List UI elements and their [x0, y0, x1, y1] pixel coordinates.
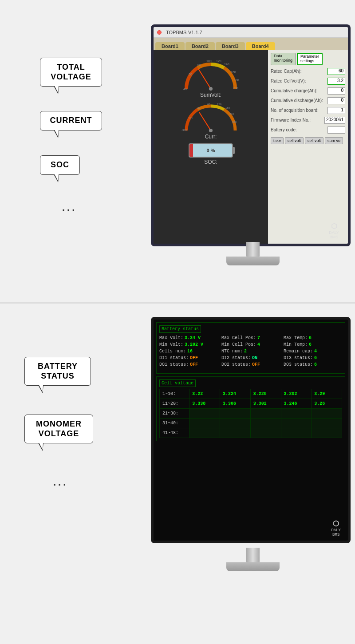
svg-text:140: 140: [224, 63, 229, 66]
rated-cap-value[interactable]: 60: [327, 68, 345, 75]
min-volt-label: Min Volt:: [159, 342, 183, 347]
cell-1-10-5: 3.29: [312, 389, 342, 399]
cell-11-20-4: 3.246: [281, 399, 312, 409]
top-section: TOTAL VOLTAGE CURRENT SOC ... TOPBMS-V1.…: [0, 0, 355, 302]
cumulative-discharge-label: Cumulative discharge(Ah):: [271, 98, 323, 103]
svg-line-9: [198, 69, 211, 89]
do2-label: DO2 status:: [221, 362, 251, 367]
daly-logo-text: DALYBMS: [329, 230, 339, 239]
stand-base-top: [226, 257, 280, 265]
di2-label: DI2 status:: [221, 356, 251, 360]
tab-board2[interactable]: Board2: [185, 42, 215, 50]
table-row: 21~30:: [160, 409, 342, 419]
max-temp-value: 6: [309, 336, 312, 340]
cell-41-48-4: [281, 428, 312, 438]
cells-num-label: Cells num:: [159, 349, 186, 354]
cell-21-30-1: [189, 409, 220, 419]
tab-board4[interactable]: Board4: [246, 42, 275, 50]
tab-board3[interactable]: Board3: [216, 42, 245, 50]
acq-board-label: No. of acquisition board:: [271, 108, 319, 113]
firmware-value[interactable]: 2020061: [324, 117, 345, 124]
svg-text:100: 100: [206, 59, 212, 63]
ntc-num-value: 2: [244, 349, 247, 354]
do3-label: DO3 status:: [284, 362, 313, 367]
btn-cell-volt-1[interactable]: cell volt: [285, 137, 304, 144]
bottom-section: BATTERY STATUS MONOMER VOLTAGE ... Batte…: [0, 304, 355, 644]
cell-21-30-5: [312, 409, 342, 419]
ntc-num-field: NTC num: 2: [221, 349, 280, 354]
svg-text:40: 40: [183, 87, 187, 91]
bubble-soc: SOC: [40, 155, 80, 175]
max-cell-pos-value: 7: [257, 336, 260, 340]
monitor-screen-bottom: Battery status Max Volt: 3.34 V Max Cell…: [151, 317, 351, 543]
battery-terminal: [233, 147, 235, 154]
cell-11-20-3: 3.302: [250, 399, 281, 409]
acq-board-value[interactable]: 1: [327, 107, 345, 114]
bms-titlebar: TOPBMS-V1.1.7: [154, 27, 348, 38]
cell-1-10-1: 3.22: [189, 389, 220, 399]
bubble-current-label: CURRENT: [50, 116, 92, 125]
bubble-battery-status-line2: STATUS: [41, 371, 74, 380]
rated-cellvolt-row: Rated CellVolt(V): 3.2: [271, 78, 345, 85]
cell-31-40-2: [220, 419, 251, 428]
tab-board1[interactable]: Board1: [155, 42, 185, 50]
max-cell-pos-field: Max Cell Pos: 7: [221, 336, 280, 340]
do1-label: DO1 status:: [159, 362, 189, 367]
bubble-monomer-voltage: MONOMER VOLTAGE: [24, 415, 93, 443]
rated-cellvolt-label: Rated CellVolt(V):: [271, 79, 306, 83]
svg-text:60: 60: [207, 103, 210, 106]
bubble-total-voltage-line2: VOLTAGE: [51, 72, 91, 81]
table-row: 11~20: 3.338 3.306 3.302 3.246 3.26: [160, 399, 342, 409]
stand-base-bottom: [226, 562, 280, 571]
monitor-top: TOPBMS-V1.1.7 Board1 Board2 Board3 Board…: [151, 24, 355, 273]
svg-text:300: 300: [232, 121, 237, 123]
cell-31-40-4: [281, 419, 312, 428]
firmware-row: Firmware Index No.: 2020061: [271, 117, 345, 124]
bms-right-panel: Datamonitoring Parametersettings Rated C…: [268, 50, 348, 244]
svg-text:120: 120: [217, 103, 222, 106]
battery-status-section: Battery status Max Volt: 3.34 V Max Cell…: [156, 322, 345, 374]
btn-sum-vo[interactable]: sum vo: [325, 137, 343, 144]
rated-cellvolt-value[interactable]: 3.2: [327, 78, 345, 85]
stand-neck-top: [246, 242, 260, 257]
max-volt-field: Max Volt: 3.34 V: [159, 336, 218, 340]
min-cell-pos-field: Min Cell Pos: 4: [221, 342, 280, 347]
do3-value: 6: [314, 362, 317, 367]
cells-num-value: 16: [187, 349, 193, 354]
btn-tev[interactable]: t.e.v: [271, 137, 284, 144]
do1-field: DO1 status: OFF: [159, 362, 218, 367]
di3-value: 6: [314, 356, 317, 360]
svg-text:60: 60: [189, 73, 192, 76]
min-temp-value: 6: [309, 342, 312, 347]
bubble-monomer-voltage-line2: VOLTAGE: [39, 429, 79, 438]
cells-num-field: Cells num: 16: [159, 349, 218, 354]
cumulative-charge-value[interactable]: 0: [327, 87, 345, 95]
table-row: 1~10: 3.22 3.224 3.228 3.202 3.29: [160, 389, 342, 399]
cumulative-discharge-value[interactable]: 0: [327, 97, 345, 104]
panel-tab-data-monitoring[interactable]: Datamonitoring: [271, 53, 296, 65]
cell-21-30-3: [250, 409, 281, 419]
cell-41-48-3: [250, 428, 281, 438]
battery-code-value[interactable]: [327, 126, 345, 134]
bms-close-button[interactable]: [157, 30, 162, 35]
monitor-stand-top: [226, 242, 280, 269]
min-temp-field: Min Temp: 6: [284, 342, 342, 347]
min-cell-pos-label: Min Cell Pos:: [221, 342, 256, 347]
panel-tab-parameter-settings[interactable]: Parametersettings: [297, 53, 323, 65]
min-cell-pos-value: 4: [257, 342, 260, 347]
table-row: 41~48:: [160, 428, 342, 438]
min-temp-label: Min Temp:: [284, 342, 308, 347]
cell-1-10-3: 3.228: [250, 389, 281, 399]
remain-cap-value: 4: [314, 349, 317, 354]
cell-41-48-1: [189, 428, 220, 438]
di2-value: ON: [252, 356, 257, 360]
svg-text:180: 180: [234, 79, 239, 82]
btn-cell-volt-2[interactable]: cell volt: [305, 137, 323, 144]
di2-field: DI2 status: ON: [221, 356, 280, 360]
di1-value: OFF: [190, 356, 198, 360]
bubble-battery-status: BATTERY STATUS: [24, 357, 91, 386]
bubble-total-voltage-line1: TOTAL: [57, 63, 85, 71]
bms-right-buttons: t.e.v cell volt cell volt sum vo: [271, 137, 345, 144]
row-label-11-20: 11~20:: [160, 399, 189, 409]
row-label-31-40: 31~40:: [160, 419, 189, 428]
